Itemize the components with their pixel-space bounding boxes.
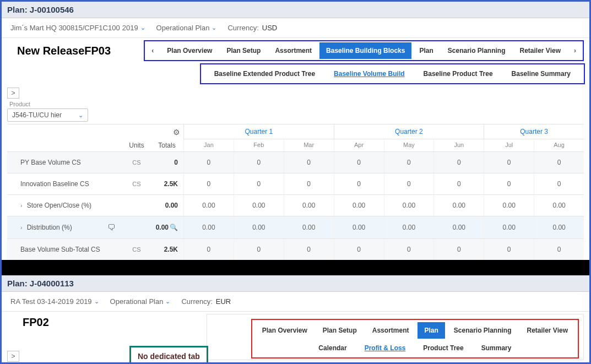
cell[interactable]: 0.00 (384, 217, 434, 238)
subtab-profit-loss[interactable]: Profit & Loss (357, 341, 414, 355)
month-header: Apr (334, 139, 384, 151)
data-grid: ⚙ Quarter 1 Quarter 2 Quarter 3 Units To… (7, 124, 584, 260)
cell[interactable]: 0 (183, 239, 234, 260)
table-row: Innovation Baseline CSCS2.5K00000000 (7, 173, 584, 194)
cell[interactable]: 0 (284, 239, 334, 260)
cell[interactable]: 0 (534, 152, 584, 173)
expand-row-icon[interactable]: › (20, 224, 23, 231)
plan-type-dropdown[interactable]: Operational Plan ⌄ (107, 295, 174, 308)
cell[interactable]: 0.00 (284, 217, 334, 238)
cell[interactable]: 0.00 (484, 195, 534, 216)
cell[interactable]: 0.00 (534, 195, 584, 216)
product-field-label: Product (9, 101, 584, 107)
tab-scenario-planning[interactable]: Scenario Planning (441, 42, 512, 59)
subtab-baseline-volume-build[interactable]: Baseline Volume Build (326, 67, 412, 81)
expand-panel-button[interactable]: > (7, 88, 19, 99)
cell[interactable]: 0.00 (433, 195, 484, 216)
month-header: Jul (484, 139, 534, 151)
entity-dropdown[interactable]: RA Test 03-14-2019 2019 ⌄ (7, 295, 102, 308)
product-selected: J546-TU/CU hier (12, 111, 62, 119)
currency-display: Currency: USD (224, 21, 280, 34)
month-header: Mar (284, 139, 334, 151)
tab-baseline-building-blocks[interactable]: Baseline Building Blocks (319, 42, 411, 59)
divider-bar (2, 260, 589, 275)
tab-scenario-planning[interactable]: Scenario Planning (447, 322, 518, 339)
cell[interactable]: 0.00 (334, 195, 384, 216)
row-name: ›Store Open/Close (%) (7, 195, 123, 216)
cell[interactable]: 0 (384, 173, 434, 194)
cell[interactable]: 0 (534, 173, 584, 194)
plan-title-lower: Plan: J-04000113 (2, 275, 589, 292)
cell[interactable]: 0 (284, 173, 334, 194)
month-header: May (384, 139, 434, 151)
tab-prev[interactable]: ‹ (146, 42, 159, 59)
cell[interactable]: 0 (484, 152, 534, 173)
row-units: CS (123, 159, 150, 166)
subtab-product-tree[interactable]: Product Tree (415, 341, 471, 355)
subtab-baseline-product-tree[interactable]: Baseline Product Tree (416, 67, 501, 81)
cell[interactable]: 0 (183, 152, 234, 173)
tab-plan-setup[interactable]: Plan Setup (316, 322, 364, 339)
cell[interactable]: 0 (234, 173, 284, 194)
cell[interactable]: 0.00 (384, 195, 434, 216)
currency-label: Currency: (181, 297, 212, 306)
comment-icon[interactable]: 🗨 (107, 223, 115, 232)
cell[interactable]: 0.00 (334, 217, 384, 238)
entity-label: Jim´s Mart HQ 300815/CPF1C100 (10, 24, 120, 32)
cell[interactable]: 0 (433, 239, 484, 260)
expand-row-icon[interactable]: › (20, 202, 23, 209)
cell[interactable]: 0.00 (433, 217, 484, 238)
tab-retailer-view[interactable]: Retailer View (513, 42, 567, 59)
plan-type-dropdown[interactable]: Operational Plan ⌄ (153, 21, 220, 34)
row-name: ›Distribution (%)🗨 (7, 216, 123, 238)
product-dropdown[interactable]: J546-TU/CU hier ⌄ (7, 108, 88, 122)
cell[interactable]: 0 (183, 173, 234, 194)
no-dedicated-tab-callout: No dedicated tab (129, 346, 208, 364)
tab-next[interactable]: › (568, 42, 582, 59)
row-total: 0.00🔍 (150, 224, 183, 231)
zoom-icon[interactable]: 🔍 (170, 224, 178, 231)
subtab-baseline-summary[interactable]: Baseline Summary (504, 67, 578, 81)
cell[interactable]: 0 (433, 173, 484, 194)
quarter-header: Quarter 1 (183, 124, 334, 139)
cell[interactable]: 0 (334, 173, 384, 194)
gear-icon[interactable]: ⚙ (150, 128, 183, 137)
tab-plan-overview[interactable]: Plan Overview (256, 322, 314, 339)
main-tab-strip-lower: Plan Overview Plan Setup Assortment Plan… (256, 322, 574, 339)
cell[interactable]: 0 (384, 239, 434, 260)
cell[interactable]: 0 (234, 239, 284, 260)
tab-plan-setup[interactable]: Plan Setup (220, 42, 267, 59)
cell[interactable]: 0.00 (534, 217, 584, 238)
tab-assortment[interactable]: Assortment (366, 322, 416, 339)
tab-assortment[interactable]: Assortment (268, 42, 318, 59)
cell[interactable]: 0 (234, 152, 284, 173)
cell[interactable]: 0.00 (234, 195, 284, 216)
tab-plan[interactable]: Plan (418, 322, 444, 339)
tab-retailer-view[interactable]: Retailer View (520, 322, 574, 339)
cell[interactable]: 0.00 (183, 217, 234, 238)
cell[interactable]: 0.00 (234, 217, 284, 238)
tab-plan[interactable]: Plan (413, 42, 440, 59)
cell[interactable]: 0.00 (484, 217, 534, 238)
cell[interactable]: 0 (433, 152, 484, 173)
chevron-down-icon: ⌄ (165, 298, 170, 305)
cell[interactable]: 0.00 (284, 195, 334, 216)
cell[interactable]: 0 (284, 152, 334, 173)
chevron-down-icon: ⌄ (212, 24, 216, 31)
subtab-calendar[interactable]: Calendar (311, 341, 354, 355)
cell[interactable]: 0 (484, 173, 534, 194)
table-row: PY Base Volume CSCS000000000 (7, 151, 584, 173)
cell[interactable]: 0 (534, 239, 584, 260)
cell[interactable]: 0 (334, 239, 384, 260)
cell[interactable]: 0 (484, 239, 534, 260)
cell[interactable]: 0.00 (183, 195, 234, 216)
subtab-summary[interactable]: Summary (474, 341, 519, 355)
cell[interactable]: 0 (334, 152, 384, 173)
tab-plan-overview[interactable]: Plan Overview (160, 42, 219, 59)
expand-panel-button-lower[interactable]: > (7, 351, 19, 362)
entity-dropdown[interactable]: Jim´s Mart HQ 300815/CPF1C100 2019 ⌄ (7, 21, 149, 34)
sub-tab-strip-upper: Baseline Extended Product Tree Baseline … (200, 63, 585, 84)
subtab-baseline-ext-product-tree[interactable]: Baseline Extended Product Tree (207, 67, 323, 81)
cell[interactable]: 0 (384, 152, 434, 173)
plan-type-label: Operational Plan (156, 24, 210, 32)
